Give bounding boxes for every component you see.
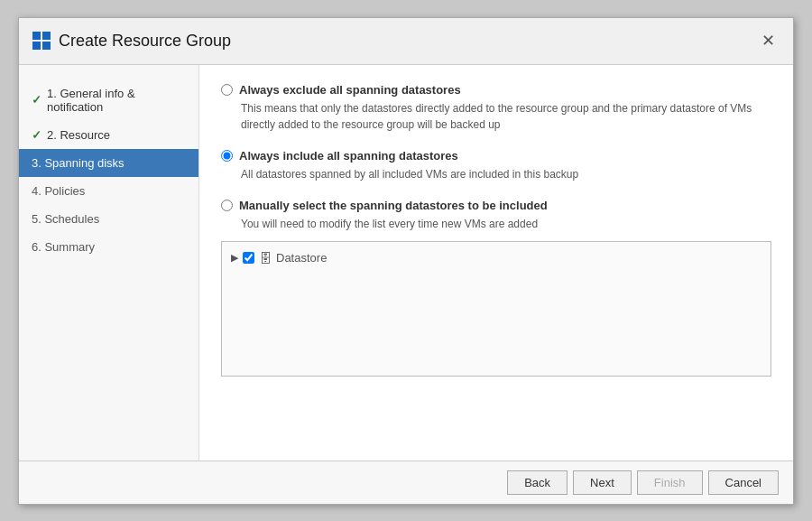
dialog-header: Create Resource Group ✕ xyxy=(19,18,793,65)
check-icon-general: ✓ xyxy=(32,93,42,107)
svg-rect-0 xyxy=(32,32,41,40)
option-exclude-label[interactable]: Always exclude all spanning datastores xyxy=(239,83,461,97)
close-button[interactable]: ✕ xyxy=(756,29,780,52)
cancel-button[interactable]: Cancel xyxy=(708,470,779,495)
option-exclude-row: Always exclude all spanning datastores xyxy=(221,83,771,97)
dialog-title: Create Resource Group xyxy=(59,32,231,51)
option-exclude-desc: This means that only the datastores dire… xyxy=(241,100,771,133)
option-include-desc: All datastores spanned by all included V… xyxy=(241,166,771,182)
datastore-tree: ▶ 🗄 Datastore xyxy=(221,241,771,377)
option-include-row: Always include all spanning datastores xyxy=(221,149,771,163)
svg-rect-3 xyxy=(42,42,51,50)
radio-exclude[interactable] xyxy=(221,84,233,96)
app-logo-icon xyxy=(32,31,51,51)
option-manual-desc: You will need to modify the list every t… xyxy=(241,216,771,232)
option-manual-row: Manually select the spanning datastores … xyxy=(221,199,771,212)
option-include-block: Always include all spanning datastores A… xyxy=(221,149,771,182)
sidebar-label-general: 1. General info & notification xyxy=(47,87,186,114)
sidebar-label-spanning: 3. Spanning disks xyxy=(32,156,125,170)
create-resource-group-dialog: Create Resource Group ✕ ✓ 1. General inf… xyxy=(18,17,794,505)
radio-include[interactable] xyxy=(221,150,233,162)
radio-manual[interactable] xyxy=(221,200,233,211)
sidebar-label-summary: 6. Summary xyxy=(32,240,95,254)
sidebar-item-summary[interactable]: 6. Summary xyxy=(19,233,198,261)
option-exclude-block: Always exclude all spanning datastores T… xyxy=(221,83,771,133)
datastore-checkbox[interactable] xyxy=(243,252,254,264)
back-button[interactable]: Back xyxy=(507,470,567,495)
datastore-label: Datastore xyxy=(276,251,327,265)
title-area: Create Resource Group xyxy=(32,31,231,51)
sidebar-item-spanning[interactable]: 3. Spanning disks xyxy=(19,149,198,177)
sidebar-item-policies[interactable]: 4. Policies xyxy=(19,177,198,205)
sidebar-label-schedules: 5. Schedules xyxy=(32,212,99,226)
dialog-footer: Back Next Finish Cancel xyxy=(19,461,793,504)
finish-button[interactable]: Finish xyxy=(637,470,703,495)
sidebar-label-resource: 2. Resource xyxy=(47,128,110,142)
option-manual-label[interactable]: Manually select the spanning datastores … xyxy=(239,199,548,212)
check-icon-resource: ✓ xyxy=(32,128,42,142)
sidebar: ✓ 1. General info & notification ✓ 2. Re… xyxy=(19,65,199,461)
sidebar-item-schedules[interactable]: 5. Schedules xyxy=(19,205,198,233)
option-manual-block: Manually select the spanning datastores … xyxy=(221,199,771,377)
tree-row-datastore: ▶ 🗄 Datastore xyxy=(231,251,761,265)
datastore-folder-icon: 🗄 xyxy=(259,251,272,265)
tree-toggle-icon[interactable]: ▶ xyxy=(231,252,238,264)
next-button[interactable]: Next xyxy=(573,470,632,495)
option-include-label[interactable]: Always include all spanning datastores xyxy=(239,149,458,163)
dialog-body: ✓ 1. General info & notification ✓ 2. Re… xyxy=(19,65,793,461)
sidebar-label-policies: 4. Policies xyxy=(32,184,85,198)
content-area: Always exclude all spanning datastores T… xyxy=(199,65,793,461)
svg-rect-1 xyxy=(42,32,51,40)
svg-rect-2 xyxy=(32,42,41,50)
sidebar-item-general[interactable]: ✓ 1. General info & notification xyxy=(19,79,198,121)
sidebar-item-resource[interactable]: ✓ 2. Resource xyxy=(19,121,198,149)
